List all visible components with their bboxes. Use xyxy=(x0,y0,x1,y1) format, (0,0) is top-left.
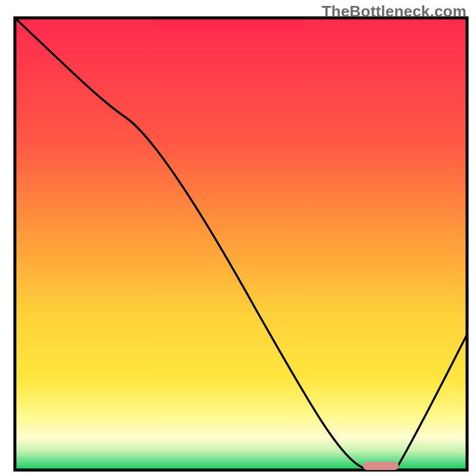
plot-area xyxy=(15,18,467,470)
chart-container: TheBottleneck.com xyxy=(0,0,476,476)
watermark-text: TheBottleneck.com xyxy=(322,2,466,21)
bottleneck-plot xyxy=(0,0,476,476)
plateau-marker xyxy=(363,462,399,470)
heat-gradient-bg xyxy=(16,19,466,469)
